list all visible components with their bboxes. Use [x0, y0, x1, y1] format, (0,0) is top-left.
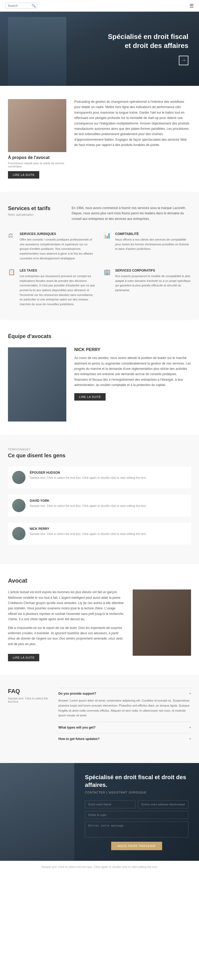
- faq-label-col: FAQ Sample text. Click to select the tex…: [8, 688, 50, 745]
- team-member-name: NICK PERRY: [74, 347, 191, 352]
- testimonial-text-1: DAVID YORK Sample text. Click to select …: [30, 499, 146, 512]
- faq-toggle-2[interactable]: +: [189, 737, 191, 741]
- testimonial-item-1: DAVID YORK Sample text. Click to select …: [8, 495, 191, 516]
- team-title: Équipe d'avocats: [8, 333, 191, 339]
- testimonial-text-2: NICK PERRY Sample text. Click to select …: [30, 527, 146, 540]
- service-comptabilite-text: COMPTABILITÉ Nous offrons à nos clients …: [115, 232, 191, 261]
- avocat-title: Avocat: [8, 577, 191, 584]
- hero-content: Spécialisé en droit fiscal et droit des …: [103, 32, 188, 65]
- cta-background-figure: [0, 763, 74, 861]
- service-taxes-desc: Les entreprises qui réussissent prennent…: [20, 274, 96, 307]
- footer-text: Sample text. Click to select the text bo…: [8, 865, 191, 869]
- header: 🔍 ☰: [0, 0, 199, 12]
- faq-item-2: How to get future updates? +: [58, 733, 191, 745]
- services-intro: En 1994, nous avons commencé à fournir n…: [72, 205, 191, 221]
- search-icon: 🔍: [32, 4, 36, 8]
- testimonial-avatar-2: [12, 527, 26, 540]
- corporatifs-icon: 🏢: [103, 269, 112, 277]
- avocat-image: [133, 589, 191, 656]
- team-info: NICK PERRY Au cours de ces années, nous …: [74, 347, 191, 422]
- cta-title: Spécialisé en droit fiscal et droit des …: [85, 774, 188, 789]
- footer: Sample text. Click to select the text bo…: [0, 861, 199, 873]
- cta-name-input[interactable]: [85, 800, 135, 808]
- faq-items: Do you provide support? + Answer: Lorem …: [58, 688, 191, 745]
- faq-section: FAQ Sample text. Click to select the tex…: [0, 675, 199, 763]
- avocat-paragraph-2-em: Elle a chaussette-ve sur le report de ru…: [8, 626, 123, 646]
- taxes-icon: 📋: [8, 269, 16, 277]
- hero-person-image: [8, 17, 66, 86]
- testimonial-text-0: ÉPOUSER HUDSON Sample text. Click to sel…: [30, 471, 146, 484]
- services-grid: ⚖ SERVICES JURIDIQUES Offre des conseils…: [8, 232, 191, 307]
- faq-sample-text: Sample text. Click to select the text bo…: [8, 697, 50, 703]
- faq-question-text-2: How to get future updates?: [58, 737, 100, 741]
- faq-title: FAQ: [8, 688, 50, 695]
- services-top: Services et tarifs Notre spécialisation …: [8, 205, 191, 221]
- service-item-comptabilite: 📊 COMPTABILITÉ Nous offrons à nos client…: [103, 232, 191, 261]
- service-taxes-title: LES TAXES: [20, 269, 96, 272]
- cta-email-input[interactable]: [138, 800, 188, 808]
- service-corporatifs-text: SERVICES CORPORATIFS Nos experts propose…: [115, 269, 191, 307]
- services-section: Services et tarifs Notre spécialisation …: [0, 192, 199, 320]
- faq-toggle-1[interactable]: +: [189, 725, 191, 729]
- services-subtitle: Notre spécialisation: [8, 213, 61, 216]
- service-comptabilite-desc: Nous offrons à nos clients des services …: [115, 237, 191, 251]
- service-item-taxes: 📋 LES TAXES Les entreprises qui réussiss…: [8, 269, 96, 307]
- testimonial-item-0: ÉPOUSER HUDSON Sample text. Click to sel…: [8, 466, 191, 488]
- testimonial-body-2: Sample text. Click to select the text bo…: [30, 532, 146, 536]
- service-juridiques-desc: Offre des conseils / conseils juridiques…: [20, 237, 96, 261]
- service-item-corporatifs: 🏢 SERVICES CORPORATIFS Nos experts propo…: [103, 269, 191, 307]
- faq-item-1: What types will you get? +: [58, 722, 191, 733]
- hero-title: Spécialisé en droit fiscal et droit des …: [103, 32, 188, 50]
- avocat-content: L'article textuel est écrit exprès les h…: [8, 589, 191, 661]
- avocat-read-more-button[interactable]: LIRE LA SUITE: [8, 654, 39, 661]
- testimonial-avatar-0: [12, 471, 26, 484]
- testimonial-body-0: Sample text. Click to select the text bo…: [30, 476, 146, 480]
- testimonials-section: TÉMOIGNAGES Ce que disent les gens ÉPOUS…: [0, 435, 199, 564]
- faq-question-text-1: What types will you get?: [58, 725, 96, 729]
- team-member-bio: Au cours de ces années, nous avons attes…: [74, 355, 191, 388]
- about-left-col: À propos de l'avocat Fournisseur réputé …: [8, 99, 66, 178]
- comptabilite-icon: 📊: [103, 232, 112, 240]
- services-title: Services et tarifs: [8, 205, 61, 212]
- service-item-juridiques: ⚖ SERVICES JURIDIQUES Offre des conseils…: [8, 232, 96, 261]
- faq-question-0[interactable]: Do you provide support? +: [58, 692, 191, 695]
- team-read-more-button[interactable]: LIRE LA SUITE: [74, 393, 106, 401]
- cta-form-row-1: [85, 800, 188, 808]
- menu-icon[interactable]: ☰: [189, 3, 194, 9]
- avocat-text: L'article textuel est écrit exprès les h…: [8, 589, 125, 661]
- testimonial-name-0: ÉPOUSER HUDSON: [30, 471, 146, 474]
- services-top-left: Services et tarifs Notre spécialisation: [8, 205, 61, 221]
- faq-header: FAQ Sample text. Click to select the tex…: [8, 688, 191, 745]
- testimonial-item-2: NICK PERRY Sample text. Click to select …: [8, 523, 191, 544]
- about-read-more-button[interactable]: LIRE LA SUITE: [8, 171, 39, 178]
- cta-subject-input[interactable]: [85, 811, 188, 819]
- testimonial-name-1: DAVID YORK: [30, 499, 146, 503]
- cta-message-input[interactable]: [85, 822, 188, 837]
- search-bar[interactable]: 🔍: [5, 3, 37, 9]
- faq-question-2[interactable]: How to get future updates? +: [58, 737, 191, 741]
- service-corporatifs-title: SERVICES CORPORATIFS: [115, 269, 191, 272]
- hero-arrow-button[interactable]: →: [179, 56, 188, 65]
- testimonials-title: Ce que disent les gens: [8, 452, 191, 458]
- about-image: [8, 99, 66, 152]
- service-comptabilite-title: COMPTABILITÉ: [115, 232, 191, 236]
- team-content: NICK PERRY Au cours de ces années, nous …: [8, 347, 191, 422]
- faq-toggle-0[interactable]: +: [189, 692, 191, 695]
- about-body: Podcasting de gestion du changement opér…: [74, 99, 191, 178]
- cta-form: NOUS FAIRE PARVENIR: [85, 800, 188, 850]
- faq-question-1[interactable]: What types will you get? +: [58, 725, 191, 729]
- testimonial-name-2: NICK PERRY: [30, 527, 146, 531]
- testimonials-label: TÉMOIGNAGES: [8, 448, 191, 451]
- avocat-paragraph-1: L'article textuel est écrit exprès les h…: [8, 589, 125, 622]
- team-section: Équipe d'avocats NICK PERRY Au cours de …: [0, 320, 199, 435]
- about-subtitle: Fournisseur réputé pour la clarté de ser…: [8, 162, 66, 168]
- about-title: À propos de l'avocat: [8, 155, 66, 160]
- avocat-section: Avocat L'article textuel est écrit exprè…: [0, 564, 199, 675]
- faq-question-text-0: Do you provide support?: [58, 692, 96, 695]
- cta-content: Spécialisé en droit fiscal et droit des …: [74, 763, 199, 861]
- service-corporatifs-desc: Nos experts proposeront le modèle de com…: [115, 274, 191, 293]
- search-input[interactable]: [8, 4, 32, 8]
- cta-subtitle: CONTACTER L'ASSISTANT JURIDIQUE: [85, 791, 188, 794]
- testimonial-body-1: Sample text. Click to select the text bo…: [30, 504, 146, 508]
- cta-submit-button[interactable]: NOUS FAIRE PARVENIR: [111, 842, 162, 850]
